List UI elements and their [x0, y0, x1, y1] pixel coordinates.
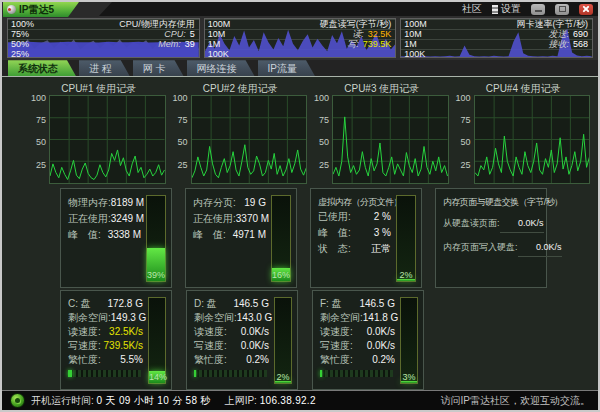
- cpu4-history-chart: CPU#4 使用记录 10075 5025: [457, 82, 591, 184]
- cpu-stat: CPU:5: [164, 29, 195, 39]
- uptime-icon: [10, 393, 25, 408]
- physical-memory-gauge: 39%: [146, 195, 166, 282]
- disk-io-graph: 100M 10M 1M 100K 硬盘读写(字节/秒) 读:32.5K 写:73…: [204, 18, 397, 58]
- y-axis-labels: 10075 5025: [315, 95, 332, 184]
- scale-label: 10M: [404, 29, 422, 39]
- cpu4-plot: [474, 95, 591, 184]
- disk-read-stat: 读:32.5K: [352, 29, 391, 39]
- tab-label: 进 程: [89, 63, 112, 74]
- chart-title: CPU#3 使用记录: [315, 82, 449, 95]
- settings-icon: [492, 5, 498, 14]
- minimize-button[interactable]: [531, 4, 545, 15]
- scale-label: 10M: [208, 29, 226, 39]
- settings-button[interactable]: 设置: [492, 2, 521, 16]
- scale-label: 75%: [11, 29, 29, 39]
- titlebar-controls: 社区 设置: [462, 2, 598, 16]
- chart-title: CPU#4 使用记录: [457, 82, 591, 95]
- graph-header: 硬盘读写(字节/秒): [320, 19, 392, 29]
- app-title: IP雷达5: [19, 3, 54, 17]
- net-recv-stat: 接收:568: [548, 39, 588, 49]
- cpu3-plot: [332, 95, 449, 184]
- maximize-button[interactable]: [555, 4, 569, 15]
- net-send-stat: 发送:690: [548, 29, 588, 39]
- y-axis-labels: 10075 5025: [32, 95, 49, 184]
- tab-label: 系统状态: [18, 63, 58, 74]
- settings-label: 设置: [501, 2, 521, 16]
- cpu-memory-usage-graph: 100% 75% 50% 25% CPU/物理内存使用 CPU:5 Mem:39: [7, 18, 200, 58]
- mem-stat: Mem:39: [158, 39, 195, 49]
- scale-label: 100M: [208, 19, 231, 29]
- cpu1-history-chart: CPU#1 使用记录 10075 5025: [32, 82, 166, 184]
- cpu3-history-chart: CPU#3 使用记录 10075 5025: [315, 82, 449, 184]
- scale-label: 1M: [208, 39, 221, 49]
- tab-network-connections[interactable]: 网络连接: [187, 60, 255, 76]
- titlebar: IP雷达5 社区 设置: [2, 2, 598, 16]
- tab-processes[interactable]: 进 程: [79, 60, 130, 76]
- disk-c-busy-bar: [68, 370, 141, 377]
- cpu-charts-row: CPU#1 使用记录 10075 5025 CPU#2 使用记录: [2, 80, 598, 188]
- minimize-icon: [535, 10, 542, 12]
- scale-label: 100K: [404, 49, 425, 58]
- scale-label: 25%: [11, 49, 29, 58]
- title-tab-area: IP雷达5: [2, 2, 162, 16]
- disk-f-panel: F: 盘146.5 G 剩余空间:141.8 G 读速度:0.0K/s 写速度:…: [312, 290, 424, 390]
- tab-bar: 系统状态 进 程 网 卡 网络连接 IP流量: [2, 60, 598, 77]
- cpu2-history-chart: CPU#2 使用记录 10075 5025: [174, 82, 308, 184]
- virtual-memory-panel: 虚拟内存（分页文件） 已使用:2 % 峰 值:3 % 状 态:正常 2%: [310, 188, 422, 288]
- memory-paging-gauge: 16%: [271, 195, 291, 282]
- close-button[interactable]: [579, 4, 593, 15]
- app-icon: [7, 5, 16, 14]
- disk-panels-row: C: 盘172.8 G 剩余空间:149.3 G 读速度:32.5K/s 写速度…: [2, 290, 598, 390]
- community-link[interactable]: 社区: [462, 2, 482, 16]
- scale-label: 100%: [11, 19, 34, 29]
- cpu1-plot: [49, 95, 166, 184]
- virtual-memory-gauge: 2%: [396, 195, 416, 282]
- physical-memory-panel: 物理内存:8189 M 正在使用:3249 M 峰 值:3338 M 39%: [60, 188, 172, 288]
- system-status-page: CPU#1 使用记录 10075 5025 CPU#2 使用记录: [2, 77, 598, 390]
- chart-title: CPU#2 使用记录: [174, 82, 308, 95]
- cpu2-plot: [191, 95, 308, 184]
- close-icon: [582, 5, 590, 13]
- disk-d-busy-bar: [194, 370, 267, 377]
- disk-d-panel: D: 盘146.5 G 剩余空间:143.0 G 读速度:0.0K/s 写速度:…: [186, 290, 298, 390]
- disk-write-stat: 写:739.5K: [347, 39, 391, 49]
- memory-paging-panel: 内存分页:19 G 正在使用:3370 M 峰 值:4971 M 16%: [185, 188, 297, 288]
- tab-label: 网 卡: [143, 63, 166, 74]
- community-message: 访问IP雷达社区，欢迎互动交流。: [441, 394, 590, 408]
- y-axis-labels: 10075 5025: [457, 95, 474, 184]
- tab-label: IP流量: [268, 63, 297, 74]
- top-graphs: 100% 75% 50% 25% CPU/物理内存使用 CPU:5 Mem:39…: [2, 16, 598, 60]
- app-window: IP雷达5 社区 设置 100% 75% 50% 25% CPU/物理内存使用: [0, 0, 600, 412]
- tab-label: 网络连接: [197, 63, 237, 74]
- internet-ip-text: 上网IP: 106.38.92.2: [225, 394, 316, 408]
- disk-f-busy-bar: [320, 370, 393, 377]
- scale-label: 1M: [404, 39, 417, 49]
- scale-label: 100M: [404, 19, 427, 29]
- app-title-tab: IP雷达5: [3, 2, 79, 17]
- scale-label: 50%: [11, 39, 29, 49]
- graph-header: CPU/物理内存使用: [119, 19, 195, 29]
- network-rate-graph: 100M 10M 1M 100K 网卡速率(字节/秒) 发送:690 接收:56…: [400, 18, 593, 58]
- memory-swap-panel: 内存页面与硬盘交换（字节/秒） 从硬盘读页面:0.0K/s 内存页面写入硬盘:0…: [435, 188, 547, 288]
- disk-f-gauge: 3%: [400, 297, 418, 384]
- maximize-icon: [559, 6, 566, 12]
- tab-system-status[interactable]: 系统状态: [8, 60, 76, 76]
- status-bar: 开机运行时间: 0 天 09 小时 10 分 58 秒 上网IP: 106.38…: [2, 390, 598, 410]
- tab-network-adapter[interactable]: 网 卡: [133, 60, 184, 76]
- uptime-text: 开机运行时间: 0 天 09 小时 10 分 58 秒: [31, 394, 211, 408]
- y-axis-labels: 10075 5025: [174, 95, 191, 184]
- disk-c-panel: C: 盘172.8 G 剩余空间:149.3 G 读速度:32.5K/s 写速度…: [60, 290, 172, 390]
- graph-header: 网卡速率(字节/秒): [517, 19, 589, 29]
- disk-d-gauge: 2%: [274, 297, 292, 384]
- tab-ip-traffic[interactable]: IP流量: [258, 60, 315, 76]
- scale-label: 100K: [208, 49, 229, 58]
- disk-c-gauge: 14%: [148, 297, 166, 384]
- chart-title: CPU#1 使用记录: [32, 82, 166, 95]
- memory-panels-row: 物理内存:8189 M 正在使用:3249 M 峰 值:3338 M 39% 内…: [2, 188, 598, 288]
